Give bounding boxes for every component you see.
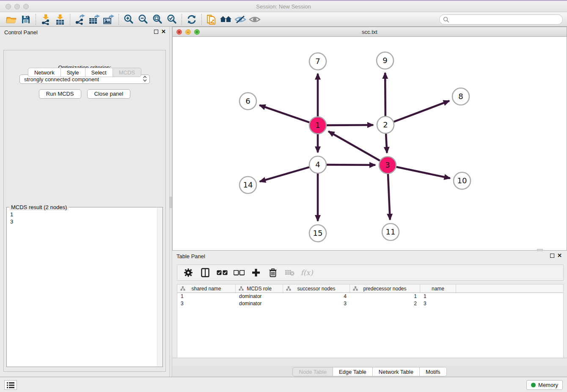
column-header-predecessor-nodes[interactable]: predecessor nodes xyxy=(350,284,420,293)
app-titlebar: Session: New Session xyxy=(0,0,567,12)
tab-style[interactable]: Style xyxy=(61,68,85,77)
delete-table-button[interactable] xyxy=(284,267,296,278)
delete-column-button[interactable] xyxy=(267,267,279,278)
hide-selected-button[interactable] xyxy=(233,14,248,25)
column-header-shared-name[interactable]: shared name xyxy=(177,284,236,293)
graph-edge-3-1[interactable] xyxy=(328,131,380,160)
table-panel-title: Table Panel xyxy=(176,253,205,259)
panel-splitter[interactable] xyxy=(169,27,172,377)
cell-name[interactable]: 1 xyxy=(420,293,456,300)
import-network-icon xyxy=(41,14,51,25)
node-table[interactable]: shared name MCDS role successor nodes xyxy=(177,284,564,358)
cell-shared-name[interactable]: 3 xyxy=(177,300,236,307)
tab-motifs[interactable]: Motifs xyxy=(420,367,447,376)
show-all-networks-button[interactable] xyxy=(219,14,233,25)
graph-edge-3-10[interactable] xyxy=(396,167,450,178)
table-settings-button[interactable] xyxy=(182,267,194,278)
memory-button[interactable]: Memory xyxy=(526,380,563,390)
network-window-titlebar[interactable]: ✕ − + scc.txt xyxy=(173,27,567,37)
main-toolbar xyxy=(0,13,567,27)
tab-edge-table[interactable]: Edge Table xyxy=(333,367,373,376)
cell-shared-name[interactable]: 1 xyxy=(177,293,236,300)
graph-edge-1-6[interactable] xyxy=(259,105,309,122)
close-panel-icon[interactable]: ✕ xyxy=(161,28,166,35)
column-label: predecessor nodes xyxy=(363,286,406,292)
hierarchy-icon xyxy=(239,286,244,291)
column-label: successor nodes xyxy=(297,286,335,292)
save-session-button[interactable] xyxy=(19,14,33,25)
zoom-in-button[interactable] xyxy=(121,14,136,25)
export-network-button[interactable] xyxy=(73,14,87,25)
column-header-name[interactable]: name xyxy=(420,284,456,293)
column-header-successor-nodes[interactable]: successor nodes xyxy=(283,284,350,293)
cell-successor-nodes[interactable]: 4 xyxy=(283,293,350,300)
table-horizontal-scrollbar[interactable] xyxy=(172,358,567,366)
export-image-button[interactable] xyxy=(102,14,116,25)
table-row[interactable]: 1 dominator 4 1 1 xyxy=(177,293,563,300)
graph-edge-2-8[interactable] xyxy=(394,101,449,121)
refresh-view-button[interactable] xyxy=(184,14,199,25)
cell-successor-nodes[interactable]: 3 xyxy=(283,300,350,307)
zoom-fit-button[interactable] xyxy=(150,14,165,25)
tab-network[interactable]: Network xyxy=(28,68,61,77)
toolbar-separator xyxy=(36,14,36,25)
close-panel-icon[interactable]: ✕ xyxy=(557,252,562,259)
function-builder-button[interactable]: f(x) xyxy=(301,267,313,278)
save-floppy-icon xyxy=(21,15,30,24)
toolbar-separator xyxy=(70,14,70,25)
close-panel-button[interactable]: Close panel xyxy=(87,89,131,99)
cell-mcds-role[interactable]: dominator xyxy=(236,293,283,300)
checked-boxes-icon xyxy=(217,270,228,276)
tab-mcds[interactable]: MCDS xyxy=(113,68,141,77)
table-row[interactable]: 3 dominator 3 2 3 xyxy=(177,300,563,307)
tab-network-table[interactable]: Network Table xyxy=(373,367,420,376)
network-canvas[interactable]: 1234678910111415 xyxy=(173,37,567,250)
mcds-result-box: MCDS result (2 nodes) 1 3 xyxy=(6,207,163,367)
toolbar-separator xyxy=(182,14,182,25)
float-panel-icon[interactable] xyxy=(550,254,554,258)
homes-icon xyxy=(220,14,232,25)
graph-edge-1-2[interactable] xyxy=(327,125,373,125)
graph-edge-3-11[interactable] xyxy=(388,174,390,220)
graph-node-label: 3 xyxy=(385,160,390,169)
run-mcds-button[interactable]: Run MCDS xyxy=(39,89,81,99)
result-scrollbar[interactable] xyxy=(157,208,162,366)
graph-edge-2-9[interactable] xyxy=(385,73,385,116)
cell-predecessor-nodes[interactable]: 2 xyxy=(350,300,420,307)
cell-predecessor-nodes[interactable]: 1 xyxy=(350,293,420,300)
create-column-button[interactable] xyxy=(250,267,262,278)
float-panel-icon[interactable] xyxy=(154,30,158,34)
zoom-selected-button[interactable] xyxy=(165,14,179,25)
select-all-columns-button[interactable] xyxy=(216,267,228,278)
show-selected-button[interactable] xyxy=(248,14,262,25)
import-table-button[interactable] xyxy=(53,14,67,25)
gear-icon xyxy=(184,268,193,277)
cell-mcds-role[interactable]: dominator xyxy=(236,300,283,307)
cell-name[interactable]: 3 xyxy=(420,300,456,307)
graph-edge-2-3[interactable] xyxy=(386,134,387,153)
import-network-button[interactable] xyxy=(39,14,53,25)
column-header-mcds-role[interactable]: MCDS role xyxy=(236,284,283,293)
unselect-all-columns-button[interactable] xyxy=(233,267,245,278)
tab-select[interactable]: Select xyxy=(85,68,113,77)
network-graph[interactable]: 1234678910111415 xyxy=(173,37,567,250)
task-history-button[interactable] xyxy=(4,380,17,390)
horizontal-splitter-grip[interactable] xyxy=(537,249,543,251)
clone-network-button[interactable] xyxy=(204,14,219,25)
search-input[interactable] xyxy=(439,14,563,25)
graph-node-label: 4 xyxy=(315,160,320,169)
graph-edge-4-14[interactable] xyxy=(260,167,309,182)
table-header-row: shared name MCDS role successor nodes xyxy=(177,284,563,293)
unchecked-boxes-icon xyxy=(234,270,245,276)
export-table-button[interactable] xyxy=(87,14,102,25)
graph-node-label: 10 xyxy=(457,176,467,185)
open-session-button[interactable] xyxy=(4,14,19,25)
zoom-selected-icon xyxy=(166,14,177,25)
zoom-out-icon xyxy=(138,14,149,25)
graph-edge-4-3[interactable] xyxy=(327,165,375,165)
splitter-grip[interactable] xyxy=(170,197,172,208)
tab-node-table[interactable]: Node Table xyxy=(292,367,333,376)
zoom-out-button[interactable] xyxy=(136,14,150,25)
show-columns-button[interactable] xyxy=(199,267,211,278)
table-panel-header: Table Panel ✕ xyxy=(172,251,567,262)
